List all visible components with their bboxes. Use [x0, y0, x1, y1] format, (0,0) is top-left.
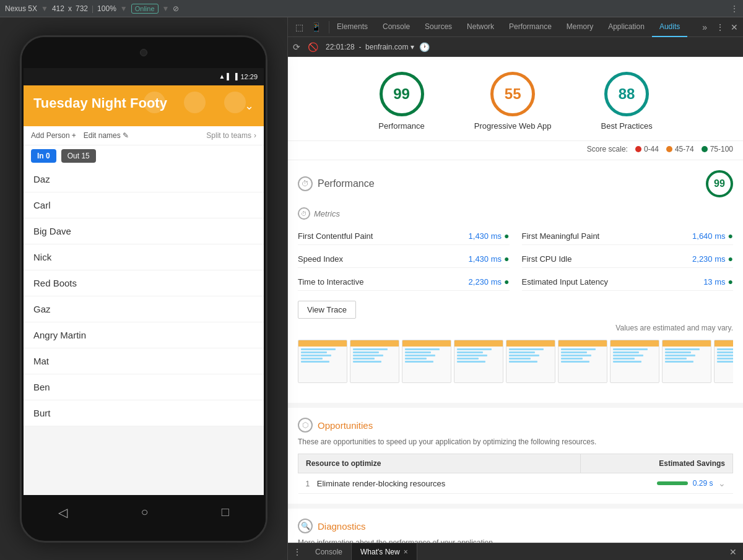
film-line: [457, 358, 479, 360]
metric-name: First Meaningful Paint: [522, 231, 600, 241]
devtools-tab-memory[interactable]: Memory: [559, 17, 601, 37]
opp-col-resource: Resource to optimize: [298, 454, 581, 473]
metric-check-icon: ●: [728, 254, 733, 264]
in-badge[interactable]: In 0: [31, 149, 56, 163]
score-circle: 99: [380, 72, 424, 116]
film-frame: [662, 340, 711, 383]
phone-panel: ▲ ▌ ▐ 12:29 Tuesday Night Footy ⌄: [0, 17, 288, 560]
split-teams-button[interactable]: Split to teams ›: [206, 131, 256, 140]
film-line: [405, 348, 440, 350]
devtools-settings-icon[interactable]: ⋮: [716, 22, 724, 32]
film-line: [457, 355, 487, 356]
metric-row: Estimated Input Latency 13 ms ●: [522, 273, 734, 291]
opp-cell-name: 1 Eliminate render-blocking resources: [298, 473, 581, 494]
devtools-close-icons: » ⋮ ✕: [697, 22, 743, 32]
out-badge[interactable]: Out 15: [61, 149, 96, 163]
devtools-tab-sources[interactable]: Sources: [417, 17, 459, 37]
metric-name: First CPU Idle: [522, 254, 572, 264]
film-line: [717, 355, 733, 356]
expand-icon[interactable]: ⌄: [718, 478, 726, 488]
cursor-icon[interactable]: ⬚: [293, 21, 306, 33]
score-scale-label: Score scale:: [587, 145, 628, 153]
film-line: [457, 361, 485, 363]
mobile-icon[interactable]: 📱: [308, 21, 324, 33]
device-info: Nexus 5X ▼ 412 x 732 | 100% ▼ Online ▼ ⊘: [5, 4, 179, 14]
red-dot: [635, 146, 641, 152]
edit-names-button[interactable]: Edit names ✎: [84, 131, 129, 140]
top-bar-actions: ⋮: [731, 4, 738, 13]
green-dot: [702, 146, 708, 152]
list-item: Daz: [24, 166, 264, 192]
film-line: [561, 358, 583, 360]
online-status: Online: [131, 4, 159, 14]
whats-new-close-button[interactable]: ×: [404, 548, 408, 556]
devtools-tab-elements[interactable]: Elements: [329, 17, 375, 37]
scale-green: 75-100: [702, 145, 733, 153]
devtools-close-icon[interactable]: ✕: [731, 22, 738, 32]
bottom-close-button[interactable]: ✕: [723, 547, 743, 557]
score-label: Performance: [378, 121, 424, 131]
values-note: Values are estimated and may vary.: [298, 324, 733, 332]
film-frame: [402, 340, 451, 383]
performance-icon: ⏱: [298, 176, 313, 191]
film-line: [405, 361, 433, 363]
clear-button[interactable]: 🚫: [305, 41, 321, 53]
bottom-tab-console[interactable]: Console: [306, 543, 352, 561]
film-frame: [298, 340, 347, 383]
edit-icon: ✎: [123, 131, 129, 140]
film-frame: [350, 340, 399, 383]
performance-section: ⏱ Performance 99 ⏱ Metrics First Content…: [288, 160, 743, 403]
devtools-tab-console[interactable]: Console: [375, 17, 417, 37]
more-options[interactable]: ⋮: [731, 4, 738, 13]
out-label: Out: [67, 152, 79, 160]
in-out-bar: In 0 Out 15: [24, 145, 264, 166]
add-person-label: Add Person: [31, 131, 70, 140]
bottom-menu-icon[interactable]: ⋮: [288, 547, 306, 557]
diag-icon: 🔍: [298, 519, 313, 533]
opp-title: Opportunities: [318, 420, 373, 431]
recents-button[interactable]: □: [222, 505, 229, 519]
circle-2: [184, 92, 206, 113]
opp-icon: ⬡: [298, 418, 313, 433]
diag-title: Diagnostics: [318, 521, 366, 532]
devtools-tab-application[interactable]: Application: [601, 17, 652, 37]
scale-red: 0-44: [635, 145, 659, 153]
film-frame: [454, 340, 503, 383]
metric-row: First Contentful Paint 1,430 ms ●: [298, 227, 510, 245]
diagnostics-section: 🔍 Diagnostics More information about the…: [288, 504, 743, 543]
home-button[interactable]: ○: [141, 505, 148, 519]
film-content: [298, 347, 347, 364]
film-frame: [610, 340, 659, 383]
red-range: 0-44: [644, 145, 659, 153]
metric-row: Speed Index 1,430 ms ●: [298, 250, 510, 268]
devtools-panel: ⬚ 📱 ElementsConsoleSourcesNetworkPerform…: [288, 17, 743, 560]
film-line: [457, 351, 483, 353]
opportunities-section: ⬡ Opportunities These are opportunities …: [288, 403, 743, 504]
table-row[interactable]: 1 Eliminate render-blocking resources 0.…: [298, 473, 733, 494]
film-line: [561, 355, 591, 356]
metric-ms: 13 ms: [703, 277, 725, 286]
film-line: [301, 358, 323, 360]
history-button[interactable]: 🕐: [419, 42, 430, 52]
film-content: [454, 347, 503, 364]
devtools-tab-performance[interactable]: Performance: [502, 17, 559, 37]
phone-top-bar: [22, 37, 266, 68]
status-time: 12:29: [240, 73, 258, 80]
app-header: Tuesday Night Footy ⌄: [24, 85, 264, 126]
devtools-tab-network[interactable]: Network: [459, 17, 502, 37]
add-person-button[interactable]: Add Person +: [31, 131, 76, 140]
back-button[interactable]: ◁: [58, 505, 67, 520]
film-frame: [558, 340, 607, 383]
film-header-bar: [663, 340, 711, 347]
film-line: [509, 351, 535, 353]
bottom-tab-whats-new[interactable]: What's New ×: [352, 543, 417, 561]
view-trace-button[interactable]: View Trace: [298, 301, 356, 319]
performance-score-badge: 99: [706, 170, 733, 197]
metrics-icon: ⏱: [298, 207, 310, 220]
film-line: [353, 348, 388, 350]
out-count: 15: [81, 152, 89, 160]
devtools-tab-audits[interactable]: Audits: [652, 17, 687, 37]
reload-button[interactable]: ⟳: [293, 42, 300, 52]
more-tabs-icon[interactable]: »: [702, 22, 707, 32]
metric-ms: 1,430 ms: [469, 254, 502, 264]
